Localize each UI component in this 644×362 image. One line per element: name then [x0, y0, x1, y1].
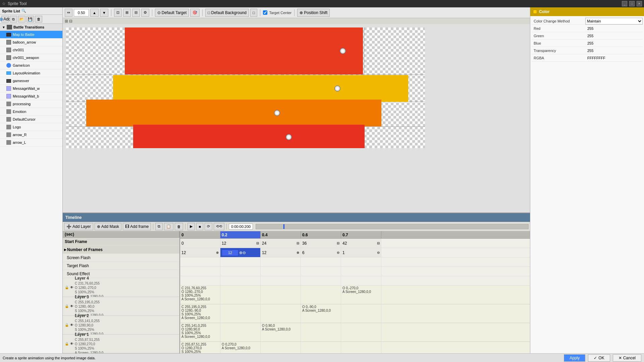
red-label: Red	[532, 26, 585, 31]
bg-settings-button[interactable]: □	[250, 9, 257, 17]
add-button[interactable]: ⊕ Add	[1, 16, 9, 22]
loop-all-button[interactable]: ⟲⟲	[214, 223, 224, 230]
tl-start-frame-row: 0 12 ⊟ 24 ⊟ 36 ⊟	[180, 239, 530, 248]
close-button[interactable]: ✕	[637, 1, 642, 6]
sidebar-item-logo[interactable]: Logo	[0, 123, 62, 131]
canvas-layer4[interactable]	[125, 27, 363, 74]
sidebar-item-emotion[interactable]: Emotion	[0, 108, 62, 116]
sidebar-item-arrow-r[interactable]: arrow_R	[0, 131, 62, 139]
cancel-label: Cancel	[623, 356, 636, 360]
sidebar-group-battle-transitions[interactable]: ▼ Battle Transitions	[0, 24, 62, 31]
ok-button[interactable]: ✓ OK	[588, 354, 610, 362]
statusbar: Create a sprite animation using the impo…	[0, 353, 644, 362]
zoom-up-button[interactable]: ▲	[90, 9, 99, 17]
green-row: Green 255	[532, 32, 643, 40]
copy-button[interactable]: ⧉	[10, 16, 17, 22]
apply-label: Apply	[570, 356, 580, 360]
stop-button[interactable]: ■	[196, 223, 203, 230]
layer4-col07: O 0,-270,0 A Screen_1280,0,0	[341, 286, 381, 304]
tl-num-frames-row: 12 ⊕ ⊕⊖ 12 ⊕ 6 ⊖	[180, 248, 530, 257]
bg-icon: □	[208, 10, 210, 15]
sidebar-item-defaultcursor[interactable]: DefaultCursor	[0, 116, 62, 123]
add-frame-button[interactable]: 🎞 Add frame	[123, 223, 151, 230]
add-layer-button[interactable]: ➕ Add Layer	[64, 223, 93, 230]
layer4-handle[interactable]	[340, 48, 346, 54]
cancel-button[interactable]: ✕ Cancel	[613, 354, 641, 362]
sidebar-item-processing[interactable]: processing	[0, 100, 62, 108]
x-icon: ✕	[619, 356, 622, 360]
layer3-name: Layer 3	[75, 295, 177, 299]
scrubber-bar[interactable]	[256, 224, 529, 229]
canvas-coords: ⊞ ⊟	[65, 19, 72, 23]
canvas-area[interactable]	[63, 24, 530, 213]
default-target-button[interactable]: ⊙ Default Target	[155, 9, 189, 17]
sidebar-item-label: processing	[13, 102, 31, 106]
snap-button[interactable]: ⊟	[132, 9, 140, 17]
target-center-checkbox[interactable]	[263, 10, 267, 15]
play-button[interactable]: ▶	[187, 223, 195, 230]
zoom-input[interactable]	[74, 9, 89, 16]
sidebar-item-gameover[interactable]: gameover	[0, 77, 62, 85]
sidebar-item-messagewait-b[interactable]: MessageWait_b	[0, 93, 62, 100]
nf-col02-input[interactable]	[222, 249, 238, 256]
position-shift-button[interactable]: ⊕ Position Shift	[297, 9, 330, 17]
lock-icon: 🔒	[65, 323, 69, 327]
default-background-button[interactable]: □ Default Background	[205, 9, 249, 17]
zoom-down-button[interactable]: ▼	[100, 9, 108, 17]
paste-frame-button[interactable]: 📋	[164, 223, 173, 230]
settings-button[interactable]: ⚙	[141, 9, 149, 17]
maximize-button[interactable]: □	[629, 1, 635, 6]
layer2-handle[interactable]	[274, 110, 280, 116]
canvas-layer3[interactable]	[113, 75, 408, 102]
add-layer-icon: ➕	[66, 224, 71, 229]
center-area: ⇔ ▲ ▼ ⊡ ⊞ ⊟ ⚙ ⊙ Default Target 🎯 □ Defau…	[63, 7, 530, 353]
sidebar-item-label: Map to Battle	[13, 33, 35, 37]
sidebar-item-balloon-arrow[interactable]: balloon_arrow	[0, 39, 62, 46]
target-icon-button[interactable]: 🎯	[190, 9, 200, 17]
layer1-col0: C 255,87,51,255 O 1280,270,0 S 100%,25% …	[180, 342, 220, 353]
tl-layer3-row: C 255,195,0,255 O 1280,-90,0 S 100%,25% …	[180, 304, 530, 323]
color-panel-title: Color	[539, 9, 549, 14]
sidebar-item-messagewait-w[interactable]: MessageWait_w	[0, 85, 62, 93]
layer1-handle[interactable]	[286, 134, 292, 140]
nf-col06: 6 ⊖	[301, 248, 341, 257]
search-icon[interactable]: 🔍	[21, 9, 26, 13]
delete-frame-button[interactable]: 🗑	[175, 223, 183, 230]
grid-button[interactable]: ⊞	[123, 9, 131, 17]
app-icon: ☆	[2, 1, 6, 6]
layer4-name: Layer 4	[75, 276, 177, 281]
layer3-handle[interactable]	[334, 85, 340, 92]
lock-icon: 🔒	[65, 342, 69, 346]
import-button[interactable]: 📂	[18, 16, 25, 22]
canvas-layer2[interactable]	[86, 100, 381, 126]
sidebar-item-label: chr001_weapon	[13, 56, 39, 60]
copy-frame-button[interactable]: ⧉	[155, 223, 163, 230]
loop-button[interactable]: ⟳	[205, 223, 212, 230]
sidebar-item-chr001-weapon[interactable]: chr001_weapon	[0, 54, 62, 62]
sidebar-item-chr001[interactable]: chr001	[0, 46, 62, 54]
rgba-row: RGBA FFFFFFFF	[532, 54, 643, 62]
layer4-label: 🔒 👁 Layer 4 C 231,76,60,255 O 1280,-270,…	[63, 278, 179, 297]
apply-button[interactable]: Apply	[564, 354, 585, 362]
resize-icon-button[interactable]: ⇔	[65, 9, 72, 17]
rgba-value: FFFFFFFF	[585, 56, 643, 60]
checkmark-icon: ✓	[594, 356, 597, 360]
canvas-layer1[interactable]	[133, 125, 365, 148]
default-icon	[6, 140, 11, 145]
minimize-button[interactable]: _	[622, 1, 627, 6]
add-mask-button[interactable]: ⊕ Add Mask	[95, 223, 121, 230]
color-change-method-select[interactable]: Maintain Change	[585, 18, 643, 24]
default-icon	[6, 125, 11, 129]
sidebar-item-map-to-battle[interactable]: Map to Battle	[0, 31, 62, 39]
eye-icon: 👁	[70, 304, 73, 308]
sidebar-item-arrow-l[interactable]: arrow_L	[0, 139, 62, 146]
nf-col02[interactable]: ⊕⊖	[220, 248, 261, 257]
timeline-area: Timeline ➕ Add Layer ⊕ Add Mask 🎞 Add fr…	[63, 213, 530, 353]
tl-screen-flash-row	[180, 257, 530, 267]
fit-button[interactable]: ⊡	[114, 9, 122, 17]
sidebar-item-layoutanimation[interactable]: LayoutAnimation	[0, 69, 62, 77]
sidebar-item-gameicon[interactable]: GameIcon	[0, 62, 62, 69]
delete-button[interactable]: 🗑	[35, 16, 42, 22]
export-button[interactable]: 💾	[26, 16, 34, 22]
color-panel-header: Color	[530, 7, 644, 16]
